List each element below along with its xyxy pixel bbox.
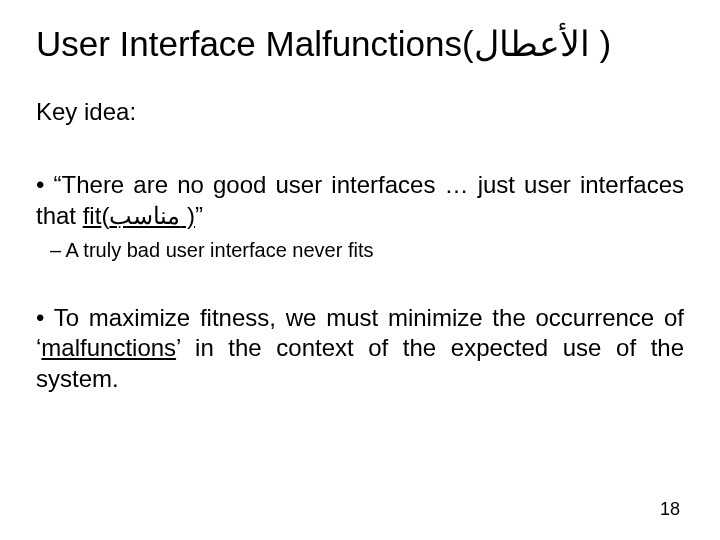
title-text-en: User Interface Malfunctions( (36, 24, 474, 63)
sub-bullet: – A truly bad user interface never fits (50, 238, 684, 263)
bullet-quote-end: ” (195, 202, 203, 229)
slide: User Interface Malfunctions(الأعطال ) Ke… (0, 0, 720, 540)
bullet-quote-ar: مناسب (109, 202, 180, 229)
bullet-quote-fit: fit (83, 202, 102, 229)
bullet-quote-paren-close: ) (180, 202, 195, 229)
bullet-maximize-mal: malfunctions (41, 334, 176, 361)
bullet-quote: • “There are no good user interfaces … j… (36, 170, 684, 231)
title-text-suffix: ) (590, 24, 611, 63)
key-idea-label: Key idea: (36, 98, 684, 126)
title-text-ar: الأعطال (474, 24, 590, 63)
bullet-maximize: • To maximize fitness, we must minimize … (36, 303, 684, 395)
slide-title: User Interface Malfunctions(الأعطال ) (36, 24, 684, 64)
page-number: 18 (660, 499, 680, 520)
